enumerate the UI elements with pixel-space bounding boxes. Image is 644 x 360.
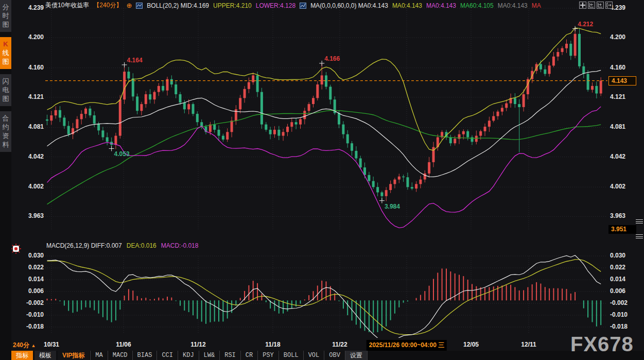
toolbar-item-模板[interactable]: 模板 [34, 351, 56, 360]
boll-indicator-icon[interactable] [136, 3, 143, 9]
x-axis-date: 11/22 [332, 341, 347, 348]
sidebar-tab-分时图[interactable]: 分时图 [0, 0, 11, 32]
indicator-toolbar: 指标模板VIP指标MAMACDBIASCCIKDJLW&RSICRPSYBOLL… [0, 351, 644, 360]
charting-app-window: 分时图K线图闪电图合约资料 美债10年收益率 【240分】 ⊕ BOLL(20,… [0, 0, 644, 360]
ma-values-list: MA0:4.143MA0:4.143MA60:4.105MA0:4.143MA [392, 2, 545, 9]
toolbar-item-CR[interactable]: CR [240, 351, 257, 360]
macd-header: MACD(26,12,9) DIFF:0.007 DEA:0.016 MACD:… [46, 242, 198, 249]
toolbar-item-OBV[interactable]: OBV [324, 351, 345, 360]
ma-value: MA0:4.143 [392, 2, 422, 9]
toolbar-item-PSY[interactable]: PSY [257, 351, 279, 360]
toolbar-item-RSI[interactable]: RSI [219, 351, 240, 360]
sidebar-tab-合约资料[interactable]: 合约资料 [0, 111, 11, 152]
crosshair-icon[interactable] [579, 2, 586, 9]
boll-upper-value: UPPER:4.210 [213, 2, 252, 9]
ma-value: MA [532, 2, 541, 9]
price-extreme-annotation: 4.164 [127, 57, 143, 64]
selected-candle-time: 2025/11/26 00:00~04:00 三 [367, 340, 447, 351]
toolbar-item-LW&[interactable]: LW& [199, 351, 220, 360]
macd-value: MACD:-0.018 [161, 242, 199, 249]
add-indicator-icon[interactable]: ⊕ [126, 2, 132, 9]
x-axis-row: 240分 ▲ 10/3111/0611/1211/1811/2212/0512/… [11, 339, 644, 351]
toolbar-item-BOLL[interactable]: BOLL [279, 351, 303, 360]
ma-value: MA0:4.143 [498, 2, 528, 9]
toolbar-item-VOL[interactable]: VOL [303, 351, 324, 360]
toolbar-item-BIAS[interactable]: BIAS [132, 351, 157, 360]
alert-sun-icon[interactable] [11, 244, 21, 254]
x-axis-date: 12/05 [463, 341, 479, 348]
scale-compress-right-icon[interactable] [597, 2, 604, 9]
toolbar-item-KDJ[interactable]: KDJ [178, 351, 199, 360]
toolbar-item-设置[interactable]: 设置 [345, 351, 368, 360]
toolbar-item-CCI[interactable]: CCI [156, 351, 178, 360]
price-extreme-annotation: 3.984 [385, 203, 400, 210]
period-tag[interactable]: 【240分】 [93, 1, 122, 10]
x-axis-date: 12/11 [521, 341, 536, 348]
toolbar-item-MACD[interactable]: MACD [108, 351, 132, 360]
x-axis-date: 11/12 [190, 341, 205, 348]
toolbar-item-VIP指标[interactable]: VIP指标 [58, 351, 89, 360]
macd-dea-value: DEA:0.016 [127, 242, 156, 249]
toolbar-item-指标[interactable]: 指标 [11, 351, 33, 360]
boll-lower-value: LOWER:4.128 [256, 2, 295, 9]
period-selector[interactable]: 240分 ▲ [13, 341, 36, 350]
ma-value: MA60:4.105 [460, 2, 494, 9]
macd-name-diff: MACD(26,12,9) DIFF:0.007 [46, 242, 122, 249]
toolbar-item-MA[interactable]: MA [90, 351, 107, 360]
price-extreme-annotation: 4.053 [114, 150, 130, 158]
left-sidebar: 分时图K线图闪电图合约资料 [0, 0, 11, 360]
ma-value: MA0:4.143 [426, 2, 456, 9]
chart-header: 美债10年收益率 【240分】 ⊕ BOLL(20,2) MID:4.169 U… [45, 1, 545, 10]
price-extreme-annotation: 4.166 [324, 55, 340, 62]
x-axis-date: 11/06 [116, 341, 131, 348]
boll-values: BOLL(20,2) MID:4.169 [147, 2, 209, 9]
fx678-watermark: FX678 [570, 333, 634, 356]
sidebar-tab-闪电图[interactable]: 闪电图 [0, 74, 11, 106]
scale-compress-left-icon[interactable] [588, 2, 595, 9]
x-axis-date: 10/31 [44, 341, 59, 348]
ma-group-values: MA(0,0,0,60,0,0) MA0:4.143 [310, 2, 388, 9]
ma-indicator-icon[interactable] [300, 3, 306, 9]
price-extreme-annotation: 4.212 [578, 21, 593, 28]
x-axis-date: 11/18 [265, 341, 280, 348]
chart-tool-icons [579, 2, 613, 9]
symbol-title: 美债10年收益率 [45, 1, 89, 10]
sidebar-tab-K线图[interactable]: K线图 [0, 37, 11, 69]
pan-right-icon[interactable] [605, 2, 613, 9]
